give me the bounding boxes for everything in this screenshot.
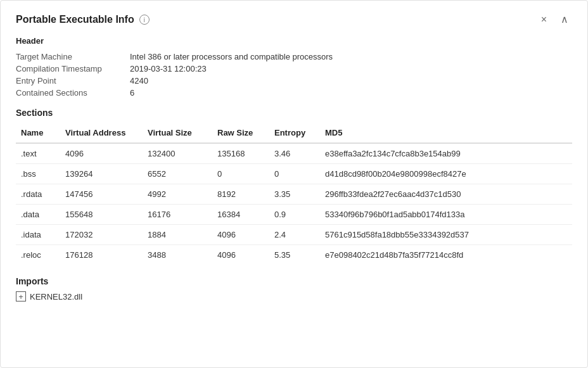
close-button[interactable]: × [537,13,551,26]
table-cell-0: .idata [16,225,60,245]
imports-list: +KERNEL32.dll [16,291,572,301]
kv-row-compilation-timestamp: Compilation Timestamp 2019-03-31 12:00:2… [16,63,572,75]
kv-value-entry-point: 4240 [130,76,148,86]
col-header-md5: MD5 [320,124,572,143]
kv-row-target-machine: Target Machine Intel 386 or later proces… [16,51,572,63]
table-header-row: Name Virtual Address Virtual Size Raw Si… [16,124,572,143]
table-cell-3: 8192 [212,184,269,205]
table-row: .idata172032188440962.45761c915d58fa18db… [16,225,572,245]
panel-header: Portable Executable Info i × ∧ [16,13,572,26]
table-cell-1: 176128 [60,245,143,265]
table-cell-4: 0 [269,164,320,184]
col-header-name: Name [16,124,60,143]
table-cell-1: 155648 [60,205,143,225]
table-cell-3: 0 [212,164,269,184]
sections-block: Sections Name Virtual Address Virtual Si… [16,108,572,265]
table-cell-0: .reloc [16,245,60,265]
col-header-virtual-address: Virtual Address [60,124,143,143]
panel-title: Portable Executable Info [16,14,134,25]
table-cell-0: .text [16,143,60,164]
table-cell-3: 4096 [212,245,269,265]
kv-label-entry-point: Entry Point [16,76,130,86]
header-section: Header Target Machine Intel 386 or later… [16,36,572,99]
imports-section: Imports +KERNEL32.dll [16,276,572,301]
table-cell-2: 132400 [143,143,212,164]
table-cell-5: e38effa3a2fc134c7cfca8b3e154ab99 [320,143,572,164]
table-cell-2: 4992 [143,184,212,205]
table-cell-1: 172032 [60,225,143,245]
table-cell-5: 296ffb33fdea2f27ec6aac4d37c1d530 [320,184,572,205]
table-cell-1: 139264 [60,164,143,184]
kv-row-contained-sections: Contained Sections 6 [16,87,572,99]
kv-label-target-machine: Target Machine [16,52,130,61]
table-cell-3: 4096 [212,225,269,245]
panel-controls: × ∧ [537,13,572,26]
col-header-entropy: Entropy [269,124,320,143]
table-cell-2: 6552 [143,164,212,184]
table-cell-0: .bss [16,164,60,184]
table-row: .bss139264655200d41d8cd98f00b204e9800998… [16,164,572,184]
col-header-virtual-size: Virtual Size [143,124,212,143]
info-icon[interactable]: i [139,15,150,25]
table-cell-4: 2.4 [269,225,320,245]
table-cell-2: 16176 [143,205,212,225]
pe-info-panel: Portable Executable Info i × ∧ Header Ta… [0,0,588,368]
table-cell-5: e7e098402c21d48b7fa35f77214cc8fd [320,245,572,265]
expand-icon: + [16,291,26,301]
table-row: .text40961324001351683.46e38effa3a2fc134… [16,143,572,164]
collapse-button[interactable]: ∧ [557,13,572,26]
sections-label: Sections [16,108,572,118]
import-dll-name: KERNEL32.dll [30,292,82,301]
table-cell-5: 53340f96b796b0f1ad5abb0174fd133a [320,205,572,225]
table-cell-5: 5761c915d58fa18dbb55e3334392d537 [320,225,572,245]
table-cell-5: d41d8cd98f00b204e9800998ecf8427e [320,164,572,184]
kv-label-compilation-timestamp: Compilation Timestamp [16,64,130,73]
table-cell-0: .data [16,205,60,225]
table-cell-0: .rdata [16,184,60,205]
table-cell-1: 4096 [60,143,143,164]
imports-label: Imports [16,276,572,286]
table-cell-3: 16384 [212,205,269,225]
kv-value-target-machine: Intel 386 or later processors and compat… [130,52,333,61]
panel-title-row: Portable Executable Info i [16,14,150,25]
kv-label-contained-sections: Contained Sections [16,88,130,98]
table-row: .reloc176128348840965.35e7e098402c21d48b… [16,245,572,265]
kv-value-contained-sections: 6 [130,88,134,98]
header-section-label: Header [16,36,572,46]
sections-table: Name Virtual Address Virtual Size Raw Si… [16,124,572,265]
col-header-raw-size: Raw Size [212,124,269,143]
table-row: .rdata147456499281923.35296ffb33fdea2f27… [16,184,572,205]
table-cell-2: 3488 [143,245,212,265]
table-cell-4: 3.46 [269,143,320,164]
table-cell-4: 0.9 [269,205,320,225]
kv-value-compilation-timestamp: 2019-03-31 12:00:23 [130,64,207,73]
table-cell-4: 3.35 [269,184,320,205]
table-cell-3: 135168 [212,143,269,164]
import-item[interactable]: +KERNEL32.dll [16,291,572,301]
table-row: .data15564816176163840.953340f96b796b0f1… [16,205,572,225]
table-cell-2: 1884 [143,225,212,245]
table-cell-4: 5.35 [269,245,320,265]
table-cell-1: 147456 [60,184,143,205]
kv-row-entry-point: Entry Point 4240 [16,75,572,87]
